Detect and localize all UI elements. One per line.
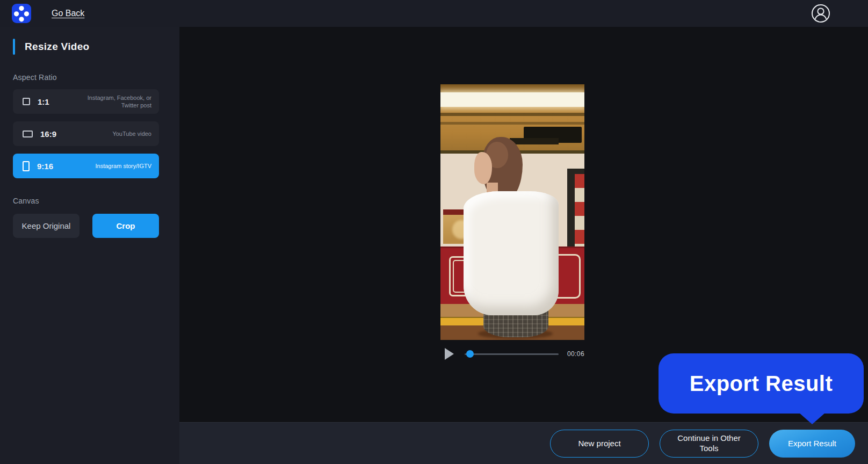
keep-original-button[interactable]: Keep Original — [13, 214, 79, 238]
video-art-person-shirt — [464, 191, 559, 315]
sidebar: Resize Video Aspect Ratio 1:1 Instagram,… — [0, 27, 179, 464]
ratio-label: 16:9 — [40, 129, 56, 139]
tooltip-label: Export Result — [690, 372, 833, 396]
video-art-person-face — [474, 152, 493, 184]
aspect-ratio-label: Aspect Ratio — [13, 73, 179, 82]
landscape-ratio-icon — [23, 130, 33, 137]
square-ratio-icon — [23, 98, 30, 105]
ratio-description: Instagram, Facebook, or Twitter post — [84, 94, 151, 110]
slider-thumb[interactable] — [466, 350, 474, 358]
continue-other-tools-button[interactable]: Continue in Other Tools — [660, 430, 758, 458]
sidebar-title-row: Resize Video — [13, 39, 179, 55]
ratio-description: Instagram story/IGTV — [84, 162, 151, 170]
go-back-link[interactable]: Go Back — [52, 9, 84, 18]
user-profile-icon[interactable] — [811, 4, 830, 23]
canvas-label: Canvas — [13, 197, 179, 205]
bottom-bar: New project Continue in Other Tools Expo… — [179, 422, 868, 464]
aspect-option-1-1[interactable]: 1:1 Instagram, Facebook, or Twitter post — [13, 89, 159, 114]
export-result-tooltip: Export Result — [659, 353, 864, 414]
video-preview[interactable] — [440, 84, 584, 340]
progress-slider[interactable] — [465, 350, 559, 358]
video-art-equipment — [510, 138, 559, 144]
page-title: Resize Video — [25, 41, 89, 53]
tooltip-tail-icon — [799, 412, 826, 424]
title-accent-bar — [13, 39, 15, 55]
video-art-beam — [440, 113, 584, 115]
top-bar: Go Back — [0, 0, 868, 27]
slider-track[interactable] — [465, 353, 559, 355]
portrait-ratio-icon — [23, 161, 30, 171]
export-result-button[interactable]: Export Result — [769, 430, 855, 458]
video-art-beam — [440, 122, 584, 124]
video-art-light — [440, 92, 584, 107]
app-logo-icon[interactable] — [12, 4, 31, 23]
player-controls: 00:06 — [440, 345, 584, 363]
new-project-button[interactable]: New project — [550, 430, 649, 458]
aspect-option-16-9[interactable]: 16:9 YouTube video — [13, 121, 159, 146]
resize-video-app: Go Back Resize Video Aspect Ratio 1:1 In… — [0, 0, 868, 464]
canvas-buttons-row: Keep Original Crop — [13, 214, 179, 238]
crop-button[interactable]: Crop — [92, 214, 159, 238]
time-display: 00:06 — [567, 350, 584, 358]
ratio-label: 1:1 — [38, 97, 49, 106]
ratio-description: YouTube video — [84, 130, 151, 137]
ratio-label: 9:16 — [37, 162, 53, 171]
play-icon[interactable] — [445, 348, 454, 360]
aspect-option-9-16[interactable]: 9:16 Instagram story/IGTV — [13, 154, 159, 178]
